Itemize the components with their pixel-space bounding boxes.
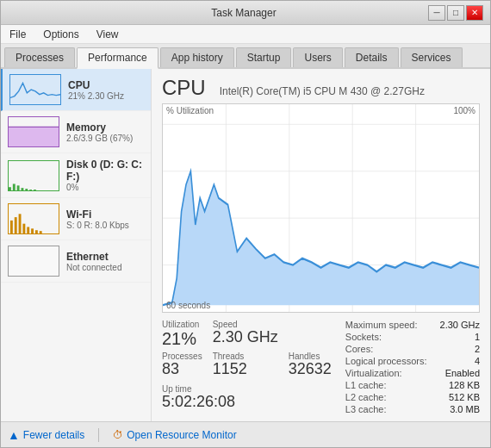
left-stats-grid: Utilization 21% Speed 2.30 GHz Processes… xyxy=(162,320,332,414)
l1-label: L1 cache: xyxy=(345,380,387,390)
right-panel: CPU Intel(R) Core(TM) i5 CPU M 430 @ 2.2… xyxy=(152,69,490,421)
chart-x-label: 60 seconds xyxy=(166,301,210,310)
processes-block: Processes 83 xyxy=(162,352,202,382)
cpu-title: CPU xyxy=(162,76,206,100)
max-speed-value: 2.30 GHz xyxy=(440,320,480,330)
stat-max-speed: Maximum speed: 2.30 GHz xyxy=(345,320,480,330)
cpu-info: CPU 21% 2.30 GHz xyxy=(68,79,144,101)
close-button[interactable]: ✕ xyxy=(466,5,483,21)
cpu-chart-svg xyxy=(163,104,479,312)
sidebar-item-cpu[interactable]: CPU 21% 2.30 GHz xyxy=(1,69,151,111)
wifi-mini-chart xyxy=(8,203,59,234)
sidebar-item-wifi[interactable]: Wi-Fi S: 0 R: 8.0 Kbps xyxy=(1,198,151,240)
maximize-button[interactable]: □ xyxy=(447,5,464,21)
utilization-value: 21% xyxy=(162,329,202,348)
sidebar-item-ethernet[interactable]: Ethernet Not connected xyxy=(1,240,151,283)
tab-app-history[interactable]: App history xyxy=(160,47,234,67)
sidebar-item-memory[interactable]: Memory 2.6/3.9 GB (67%) xyxy=(1,111,151,153)
svg-rect-4 xyxy=(22,188,24,190)
l1-value: 128 KB xyxy=(449,380,480,390)
ethernet-stats: Not connected xyxy=(66,263,144,272)
footer-separator xyxy=(98,428,99,442)
fewer-details-button[interactable]: ▲ Fewer details xyxy=(8,428,84,442)
chart-y-label: % Utilization xyxy=(166,106,214,115)
stat-cores: Cores: 2 xyxy=(345,344,480,354)
window-title: Task Manager xyxy=(59,7,428,19)
l2-label: L2 cache: xyxy=(345,392,387,402)
svg-rect-5 xyxy=(25,189,28,190)
svg-rect-2 xyxy=(13,184,16,190)
right-stats: Maximum speed: 2.30 GHz Sockets: 1 Cores… xyxy=(345,320,480,414)
virt-label: Virtualization: xyxy=(345,368,402,378)
stat-l1-cache: L1 cache: 128 KB xyxy=(345,380,480,390)
svg-rect-3 xyxy=(17,185,20,190)
tab-services[interactable]: Services xyxy=(401,47,463,67)
menu-view[interactable]: View xyxy=(91,27,124,42)
cpu-label: CPU xyxy=(68,79,144,91)
uptime-block: Up time 5:02:26:08 xyxy=(162,384,332,414)
svg-rect-13 xyxy=(31,228,34,233)
handles-value: 32632 xyxy=(289,361,332,378)
wifi-stats: S: 0 R: 8.0 Kbps xyxy=(66,221,144,230)
disk-label: Disk 0 (D: G: C: F:) xyxy=(66,159,144,183)
svg-rect-15 xyxy=(40,231,42,233)
fewer-details-label: Fewer details xyxy=(23,429,84,441)
svg-rect-14 xyxy=(35,230,38,233)
logical-proc-value: 4 xyxy=(475,356,480,366)
processes-value: 83 xyxy=(162,361,202,378)
speed-value: 2.30 GHz xyxy=(213,329,278,346)
tab-details[interactable]: Details xyxy=(345,47,399,67)
resource-monitor-button[interactable]: ⏱ Open Resource Monitor xyxy=(113,429,236,441)
tab-bar: Processes Performance App history Startu… xyxy=(1,44,490,69)
menu-bar: File Options View xyxy=(1,25,490,44)
svg-rect-0 xyxy=(9,127,59,146)
task-manager-window: Task Manager ─ □ ✕ File Options View Pro… xyxy=(0,0,491,448)
memory-label: Memory xyxy=(66,121,144,134)
maximize-icon: □ xyxy=(453,8,458,17)
cpu-model: Intel(R) Core(TM) i5 CPU M 430 @ 2.27GHz xyxy=(220,85,425,97)
wifi-label: Wi-Fi xyxy=(66,208,144,221)
disk-info: Disk 0 (D: G: C: F:) 0% xyxy=(66,159,144,192)
disk-mini-chart xyxy=(8,160,59,191)
svg-rect-7 xyxy=(34,190,36,190)
speed-block: Speed 2.30 GHz xyxy=(213,320,278,352)
tab-processes[interactable]: Processes xyxy=(4,47,75,67)
l3-value: 3.0 MB xyxy=(450,404,480,414)
svg-rect-12 xyxy=(27,227,29,233)
sidebar: CPU 21% 2.30 GHz Memory 2.6/3.9 GB (67%) xyxy=(1,69,152,421)
disk-stats: 0% xyxy=(66,183,144,192)
main-content: CPU 21% 2.30 GHz Memory 2.6/3.9 GB (67%) xyxy=(1,69,490,421)
cpu-mini-chart xyxy=(9,74,61,105)
sidebar-item-disk[interactable]: Disk 0 (D: G: C: F:) 0% xyxy=(1,153,151,198)
minimize-icon: ─ xyxy=(433,8,439,17)
resource-monitor-label: Open Resource Monitor xyxy=(127,429,236,441)
handles-block: Handles 32632 xyxy=(289,352,332,382)
sockets-label: Sockets: xyxy=(345,332,382,342)
max-speed-label: Maximum speed: xyxy=(345,320,418,330)
memory-stats: 2.6/3.9 GB (67%) xyxy=(66,134,144,143)
tab-startup[interactable]: Startup xyxy=(236,47,292,67)
stat-l2-cache: L2 cache: 512 KB xyxy=(345,392,480,402)
cores-label: Cores: xyxy=(345,344,373,354)
menu-file[interactable]: File xyxy=(4,27,31,42)
close-icon: ✕ xyxy=(471,8,478,17)
svg-rect-6 xyxy=(29,190,32,190)
memory-info: Memory 2.6/3.9 GB (67%) xyxy=(66,121,144,143)
stat-sockets: Sockets: 1 xyxy=(345,332,480,342)
cpu-chart: % Utilization 100% 60 seconds xyxy=(162,103,480,313)
chart-y-max: 100% xyxy=(453,106,475,115)
clock-icon: ⏱ xyxy=(113,429,123,441)
threads-block: Threads 1152 xyxy=(213,352,278,382)
tab-users[interactable]: Users xyxy=(293,47,342,67)
l3-label: L3 cache: xyxy=(345,404,387,414)
cores-value: 2 xyxy=(475,344,480,354)
minimize-button[interactable]: ─ xyxy=(428,5,445,21)
up-chevron-icon: ▲ xyxy=(8,428,20,442)
memory-mini-chart xyxy=(8,116,59,147)
virt-value: Enabled xyxy=(445,368,480,378)
uptime-value: 5:02:26:08 xyxy=(162,394,332,411)
svg-rect-9 xyxy=(15,217,17,233)
svg-marker-24 xyxy=(163,171,479,305)
menu-options[interactable]: Options xyxy=(38,27,84,42)
tab-performance[interactable]: Performance xyxy=(77,47,158,69)
